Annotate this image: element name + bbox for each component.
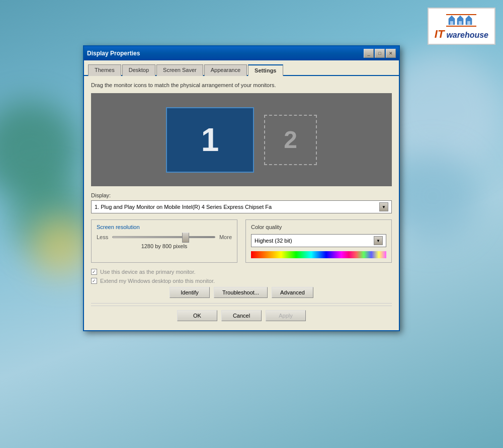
two-col-section: Screen resolution Less More 1280 by 800 …: [91, 219, 392, 263]
cancel-button[interactable]: Cancel: [221, 310, 262, 321]
svg-rect-4: [459, 21, 462, 25]
resolution-slider-thumb[interactable]: [182, 233, 189, 243]
color-quality-dropdown[interactable]: Highest (32 bit) ▼: [251, 234, 386, 247]
tab-themes[interactable]: Themes: [88, 64, 121, 76]
monitor-2-label: 2: [284, 126, 297, 154]
display-dropdown-text: 1. Plug and Play Monitor on Mobile Intel…: [95, 204, 379, 210]
apply-button[interactable]: Apply: [266, 310, 306, 321]
tabs-container: Themes Desktop Screen Saver Appearance S…: [84, 60, 399, 76]
color-dropdown-arrow[interactable]: ▼: [374, 236, 383, 245]
monitor-1-icon[interactable]: 1: [166, 107, 254, 173]
tab-desktop[interactable]: Desktop: [122, 64, 155, 76]
minimize-button[interactable]: _: [364, 49, 374, 58]
tab-screensaver[interactable]: Screen Saver: [156, 64, 203, 76]
monitor-1-label: 1: [201, 121, 219, 159]
titlebar-buttons: _ □ ✕: [364, 49, 396, 58]
color-spectrum: [251, 251, 386, 258]
bokeh-3: [30, 216, 91, 277]
color-quality-box: Color quality Highest (32 bit) ▼: [245, 219, 392, 263]
svg-rect-2: [450, 21, 453, 25]
logo-houses: [446, 13, 476, 28]
slider-row: Less More: [97, 234, 232, 240]
ok-cancel-row: OK Cancel Apply: [91, 306, 392, 324]
checkbox-extend-desktop: ✓ Extend my Windows desktop onto this mo…: [91, 278, 392, 284]
resolution-value: 1280 by 800 pixels: [97, 243, 232, 249]
checkbox-extend-label: Extend my Windows desktop onto this moni…: [100, 278, 215, 284]
action-buttons-row: Identify Troubleshoot... Advanced: [91, 287, 392, 298]
checkbox-primary-monitor: ✓ Use this device as the primary monitor…: [91, 269, 392, 275]
instruction-text: Drag the monitor icons to match the phys…: [91, 82, 392, 88]
logo-box: IT warehouse: [428, 8, 495, 45]
monitor-preview-area: 1 2: [91, 93, 392, 186]
checkbox-extend-input[interactable]: ✓: [91, 278, 97, 284]
logo-houses-svg: [446, 13, 476, 28]
resolution-slider-track[interactable]: [112, 236, 215, 238]
dialog-title: Display Properties: [87, 50, 140, 57]
screen-resolution-box: Screen resolution Less More 1280 by 800 …: [91, 219, 237, 263]
display-dropdown[interactable]: 1. Plug and Play Monitor on Mobile Intel…: [91, 200, 392, 213]
tab-settings[interactable]: Settings: [248, 64, 283, 76]
troubleshoot-button[interactable]: Troubleshoot...: [214, 287, 268, 298]
more-label: More: [219, 234, 232, 240]
resolution-title: Screen resolution: [97, 224, 232, 230]
titlebar: Display Properties _ □ ✕: [84, 46, 399, 60]
color-quality-value: Highest (32 bit): [255, 238, 292, 244]
display-label: Display:: [91, 192, 392, 198]
checkbox-primary-input[interactable]: ✓: [91, 269, 97, 275]
less-label: Less: [97, 234, 108, 240]
maximize-button[interactable]: □: [375, 49, 385, 58]
dialog-display-properties: Display Properties _ □ ✕ Themes Desktop …: [83, 45, 400, 331]
divider: [91, 303, 392, 304]
close-button[interactable]: ✕: [386, 49, 396, 58]
logo-it: IT: [435, 29, 445, 40]
logo-warehouse: warehouse: [446, 31, 488, 39]
checkbox-primary-label: Use this device as the primary monitor.: [100, 269, 196, 275]
settings-content: Drag the monitor icons to match the phys…: [84, 76, 399, 330]
identify-button[interactable]: Identify: [170, 287, 210, 298]
advanced-button[interactable]: Advanced: [272, 287, 313, 298]
tab-appearance[interactable]: Appearance: [204, 64, 247, 76]
display-dropdown-arrow[interactable]: ▼: [379, 202, 388, 211]
color-quality-title: Color quality: [251, 224, 386, 230]
svg-rect-6: [467, 21, 470, 25]
ok-button[interactable]: OK: [177, 310, 217, 321]
bokeh-5: [387, 151, 478, 242]
monitor-2-icon[interactable]: 2: [264, 115, 317, 165]
